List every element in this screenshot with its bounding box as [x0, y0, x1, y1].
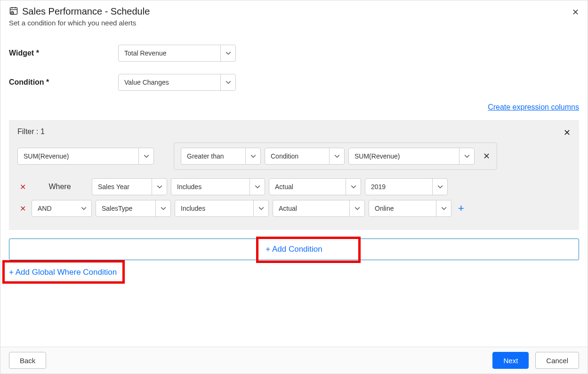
- filter-panel: Filter : 1 ✕ SUM(Revenue) Greater than C…: [9, 120, 579, 230]
- dialog-footer: Back Next Cancel: [0, 347, 588, 374]
- widget-label: Widget *: [9, 49, 118, 57]
- cancel-button[interactable]: Cancel: [535, 352, 579, 369]
- chevron-down-icon: [253, 200, 268, 216]
- comparison-group: Greater than Condition SUM(Revenue): [174, 143, 497, 170]
- add-condition-button[interactable]: + Add Condition: [9, 239, 579, 260]
- calendar-schedule-icon: [9, 6, 18, 17]
- condition-select[interactable]: Value Changes: [118, 74, 236, 91]
- add-global-where-button[interactable]: + Add Global Where Condition: [9, 268, 117, 277]
- chevron-down-icon: [459, 148, 474, 164]
- dialog-header: Sales Performance - Schedule Set a condi…: [0, 0, 588, 31]
- remove-where-row-icon[interactable]: ✕: [17, 204, 28, 213]
- chevron-down-icon: [432, 179, 447, 195]
- compare-type-select[interactable]: Condition: [265, 148, 345, 165]
- chevron-down-icon: [220, 74, 235, 90]
- filter-title: Filter : 1: [17, 127, 571, 136]
- where-column-select[interactable]: Sales Year: [92, 178, 167, 195]
- where-column-select[interactable]: SalesType: [96, 200, 171, 217]
- where-row: ✕ Where Sales Year Includes Actual: [17, 178, 571, 195]
- dialog-subtitle: Set a condition for which you need alert…: [9, 19, 579, 27]
- where-value-select[interactable]: 2019: [365, 178, 448, 195]
- widget-select-value: Total Revenue: [119, 49, 220, 57]
- chevron-down-icon: [346, 179, 361, 195]
- back-button[interactable]: Back: [9, 352, 46, 369]
- dialog-title: Sales Performance - Schedule: [22, 6, 150, 17]
- chevron-down-icon: [220, 45, 235, 61]
- widget-select[interactable]: Total Revenue: [118, 45, 236, 62]
- where-op-select[interactable]: Includes: [171, 178, 265, 195]
- chevron-down-icon: [155, 200, 170, 216]
- operator-select[interactable]: Greater than: [181, 148, 261, 165]
- condition-label: Condition *: [9, 78, 118, 87]
- remove-comparison-icon[interactable]: ✕: [483, 151, 490, 161]
- chevron-down-icon: [329, 148, 344, 164]
- create-expression-columns-link[interactable]: Create expression columns: [488, 103, 579, 111]
- chevron-down-icon: [138, 148, 153, 164]
- next-button[interactable]: Next: [492, 352, 529, 369]
- where-mode-select[interactable]: Actual: [269, 178, 361, 195]
- where-logic-select[interactable]: AND: [32, 200, 92, 217]
- where-row: ✕ AND SalesType Includes: [17, 200, 571, 217]
- chevron-down-icon: [76, 200, 91, 216]
- condition-select-value: Value Changes: [119, 79, 220, 86]
- form-area: Widget * Total Revenue Condition * Value…: [0, 31, 588, 103]
- close-icon[interactable]: ✕: [572, 7, 579, 17]
- remove-where-row-icon[interactable]: ✕: [17, 183, 28, 191]
- where-mode-select[interactable]: Actual: [273, 200, 365, 217]
- compare-value-select[interactable]: SUM(Revenue): [348, 148, 475, 165]
- where-value-select[interactable]: Online: [369, 200, 451, 217]
- chevron-down-icon: [349, 200, 364, 216]
- chevron-down-icon: [245, 148, 260, 164]
- chevron-down-icon: [250, 179, 265, 195]
- chevron-down-icon: [152, 179, 167, 195]
- chevron-down-icon: [436, 200, 451, 216]
- remove-filter-icon[interactable]: ✕: [564, 127, 571, 138]
- add-where-row-icon[interactable]: +: [458, 203, 464, 214]
- where-label: Where: [32, 183, 88, 191]
- schedule-dialog: Sales Performance - Schedule Set a condi…: [0, 0, 588, 374]
- where-op-select[interactable]: Includes: [175, 200, 269, 217]
- measure-select[interactable]: SUM(Revenue): [17, 148, 154, 165]
